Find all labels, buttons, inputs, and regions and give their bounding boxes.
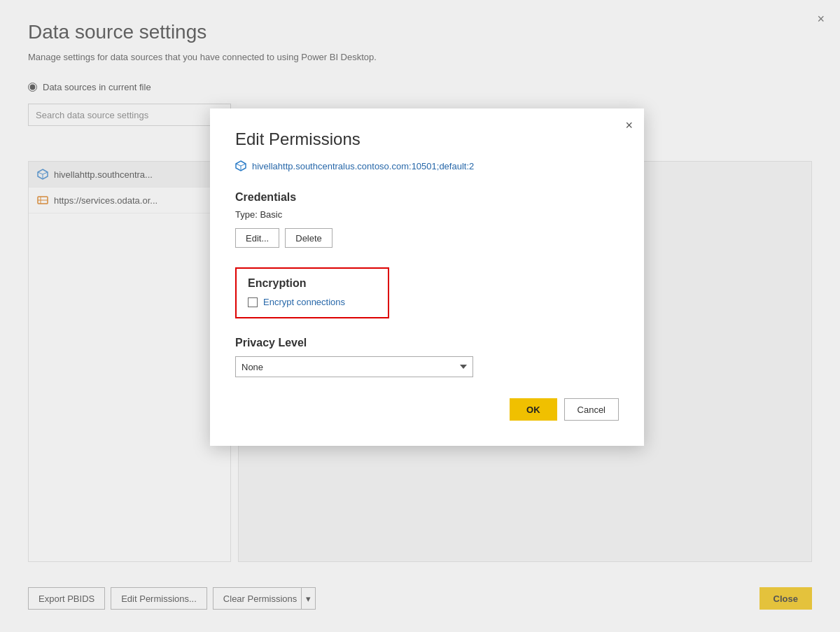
svg-line-11 (236, 164, 241, 166)
privacy-section-title: Privacy Level (235, 337, 619, 349)
edit-credentials-button[interactable]: Edit... (235, 228, 279, 248)
ok-button[interactable]: OK (510, 398, 557, 421)
cancel-button[interactable]: Cancel (564, 398, 619, 421)
modal-hive-icon (235, 160, 246, 171)
modal-title: Edit Permissions (235, 129, 619, 149)
encryption-title: Encryption (248, 277, 377, 290)
modal-datasource-row: hivellahttp.southcentralus.contoso.com:1… (235, 160, 619, 171)
modal-datasource-url[interactable]: hivellahttp.southcentralus.contoso.com:1… (252, 161, 474, 171)
encrypt-checkbox-row: Encrypt connections (248, 297, 377, 307)
credentials-section-title: Credentials (235, 191, 619, 204)
encryption-section: Encryption Encrypt connections (235, 267, 389, 318)
modal-bottom-buttons: OK Cancel (235, 398, 619, 421)
edit-permissions-modal: × Edit Permissions hivellahttp.southcent… (210, 108, 644, 446)
credentials-type: Type: Basic (235, 209, 619, 220)
credentials-buttons: Edit... Delete (235, 228, 619, 248)
encrypt-connections-checkbox[interactable] (248, 297, 258, 307)
privacy-level-select[interactable]: None Public Organizational Private (235, 356, 473, 377)
svg-line-12 (241, 164, 246, 166)
privacy-section: Privacy Level None Public Organizational… (235, 337, 619, 377)
delete-credentials-button[interactable]: Delete (285, 228, 332, 248)
encrypt-connections-label[interactable]: Encrypt connections (263, 297, 345, 307)
modal-close-button[interactable]: × (625, 118, 633, 133)
